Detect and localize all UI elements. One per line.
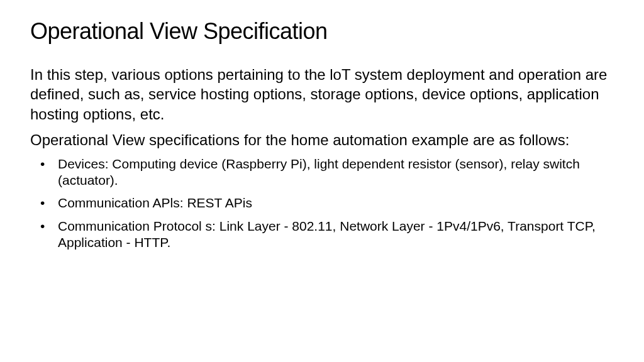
intro-paragraph-2: Operational View specifications for the … bbox=[30, 130, 614, 150]
list-item: Communication Protocol s: Link Layer - 8… bbox=[30, 218, 614, 251]
bullet-list: Devices: Computing device (Raspberry Pi)… bbox=[30, 156, 614, 251]
list-item: Devices: Computing device (Raspberry Pi)… bbox=[30, 156, 614, 189]
slide-title: Operational View Specification bbox=[30, 18, 614, 45]
intro-paragraph-1: In this step, various options pertaining… bbox=[30, 65, 614, 124]
list-item: Communication APls: REST APis bbox=[30, 195, 614, 211]
